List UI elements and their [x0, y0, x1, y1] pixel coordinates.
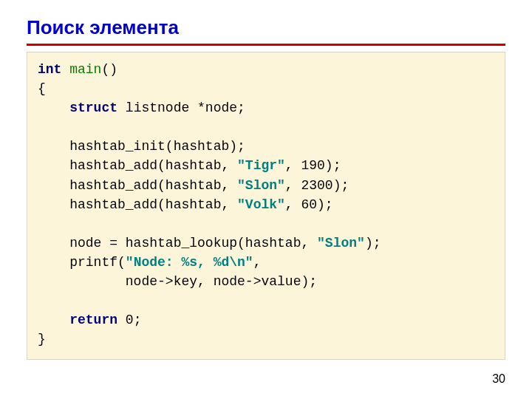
code-text: hashtab_add(hashtab, — [38, 197, 237, 212]
code-text: , 60); — [285, 197, 333, 212]
string-literal: "Slon" — [317, 236, 365, 250]
title-rule — [27, 44, 505, 46]
slide-title: Поиск элемента — [27, 16, 505, 39]
code-line-10: node = hashtab_lookup(hashtab, "Slon"); — [38, 236, 381, 250]
code-text: , 190); — [285, 158, 341, 173]
code-text: hashtab_add(hashtab, — [38, 178, 237, 193]
code-text: () — [101, 62, 117, 77]
code-line-8: hashtab_add(hashtab, "Volk", 60); — [38, 197, 333, 212]
function-main: main — [69, 62, 101, 77]
string-literal: "Node: %s, %d\n" — [126, 255, 253, 270]
string-literal: "Slon" — [237, 178, 285, 193]
code-text: hashtab_add(hashtab, — [38, 158, 237, 173]
code-text: node = hashtab_lookup(hashtab, — [38, 236, 317, 250]
code-indent — [38, 313, 69, 327]
keyword-return: return — [69, 313, 117, 327]
code-line-7: hashtab_add(hashtab, "Slon", 2300); — [38, 178, 349, 193]
code-line-3: struct listnode *node; — [38, 100, 245, 115]
code-text: printf( — [38, 255, 126, 270]
code-line-11: printf("Node: %s, %d\n", — [38, 255, 261, 270]
code-line-6: hashtab_add(hashtab, "Tigr", 190); — [38, 158, 341, 173]
code-line-14: return 0; — [38, 313, 141, 327]
code-text: ); — [365, 236, 381, 250]
keyword-int: int — [38, 62, 61, 77]
string-literal: "Tigr" — [237, 158, 285, 173]
slide: Поиск элемента int main() { struct listn… — [0, 0, 532, 399]
code-line-1: int main() — [38, 62, 117, 77]
page-number: 30 — [492, 372, 505, 386]
code-text: , — [253, 255, 262, 270]
code-text: 0; — [117, 313, 141, 327]
code-line-2: { — [38, 81, 46, 96]
keyword-struct: struct — [69, 100, 117, 115]
code-block: int main() { struct listnode *node; hash… — [27, 52, 505, 360]
code-line-5: hashtab_init(hashtab); — [38, 139, 245, 154]
code-line-12: node->key, node->value); — [38, 274, 317, 289]
code-text: , 2300); — [285, 178, 349, 193]
code-text: listnode *node; — [117, 100, 245, 115]
code-line-15: } — [38, 332, 46, 347]
string-literal: "Volk" — [237, 197, 285, 212]
code-indent — [38, 100, 69, 115]
